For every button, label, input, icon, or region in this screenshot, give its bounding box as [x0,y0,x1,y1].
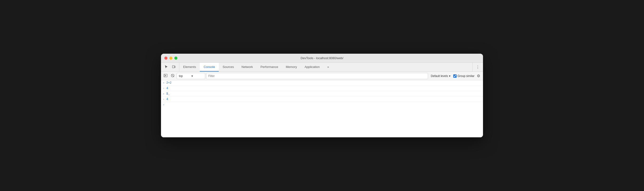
console-entry-1: ‹ 4 [161,86,483,91]
console-input-line: › [161,102,483,107]
console-entry-0-text: 2+2 [166,81,172,85]
devtools-window: DevTools - localhost:8080/web/ [161,54,483,137]
device-icon [172,65,176,70]
svg-rect-1 [174,66,175,68]
console-active-input[interactable] [166,103,481,106]
group-similar-label[interactable]: Group similar [453,74,474,78]
tab-performance-label: Performance [260,65,278,69]
tab-network[interactable]: Network [238,63,257,71]
cursor-icon [164,65,168,70]
tab-memory-label: Memory [286,65,297,69]
tab-elements[interactable]: Elements [179,63,200,71]
chevron-active-input-icon: › [163,103,164,106]
group-similar-checkbox[interactable] [453,74,456,78]
chevron-output-icon-1: ‹ [163,87,164,90]
levels-dropdown-button[interactable]: Default levels ▾ [429,73,452,79]
svg-line-6 [172,75,174,77]
tabs-bar: Elements Console Sources Network Perform… [161,63,483,72]
clear-icon [171,74,174,78]
tab-more-button[interactable]: » [324,63,333,71]
devtools-body: Elements Console Sources Network Perform… [161,63,483,137]
group-similar-text: Group similar [458,74,474,78]
tab-application[interactable]: Application [301,63,324,71]
traffic-lights [164,56,178,60]
settings-button[interactable]: ⚙ [476,73,482,79]
tab-memory[interactable]: Memory [282,63,301,71]
titlebar: DevTools - localhost:8080/web/ [161,54,483,63]
chevron-input-icon-2[interactable]: › [163,92,164,95]
window-title: DevTools - localhost:8080/web/ [300,56,344,60]
context-selector-value: top [179,74,190,78]
console-toolbar: top ▾ Default levels ▾ Group similar ⚙ [161,72,483,80]
tabs-left-icons [161,63,179,71]
chevron-output-icon-3: ‹ [163,98,164,101]
tabs-right-controls: ⋮ [472,63,483,71]
levels-chevron-icon: ▾ [449,74,450,78]
tab-application-label: Application [305,65,320,69]
console-entry-0: › 2+2 [161,80,483,86]
tab-console[interactable]: Console [200,63,219,71]
device-toggle-button[interactable] [170,64,177,71]
more-tabs-icon: » [327,65,329,69]
console-entry-3: ‹ 4 [161,97,483,102]
console-entry-3-text: 4 [166,98,168,101]
sidebar-toggle-button[interactable] [162,73,168,79]
maximize-button[interactable] [174,56,178,60]
chevron-down-icon: ▾ [192,74,203,78]
tab-console-label: Console [204,65,215,69]
cursor-icon-button[interactable] [163,64,170,71]
sidebar-toggle-icon [164,74,168,78]
clear-console-button[interactable] [170,73,176,79]
devtools-menu-button[interactable]: ⋮ [474,64,481,71]
context-selector[interactable]: top ▾ [177,73,205,79]
chevron-input-icon-0[interactable]: › [163,81,164,84]
filter-input[interactable] [206,73,428,79]
tab-elements-label: Elements [183,65,196,69]
tab-performance[interactable]: Performance [256,63,282,71]
levels-label: Default levels [431,74,448,78]
close-button[interactable] [164,56,168,60]
console-entry-1-text: 4 [166,87,168,90]
tab-sources-label: Sources [222,65,234,69]
svg-marker-4 [165,75,166,76]
console-entry-2-text: $_ [166,92,170,95]
three-dots-icon: ⋮ [476,65,480,69]
console-output: › 2+2 ‹ 4 › $_ ‹ 4 › [161,80,483,137]
minimize-button[interactable] [169,56,172,60]
console-entry-2: › $_ [161,91,483,97]
svg-rect-0 [172,66,174,68]
tabs-list: Elements Console Sources Network Perform… [179,63,472,71]
tab-sources[interactable]: Sources [219,63,238,71]
gear-icon: ⚙ [477,74,480,78]
tab-network-label: Network [242,65,253,69]
